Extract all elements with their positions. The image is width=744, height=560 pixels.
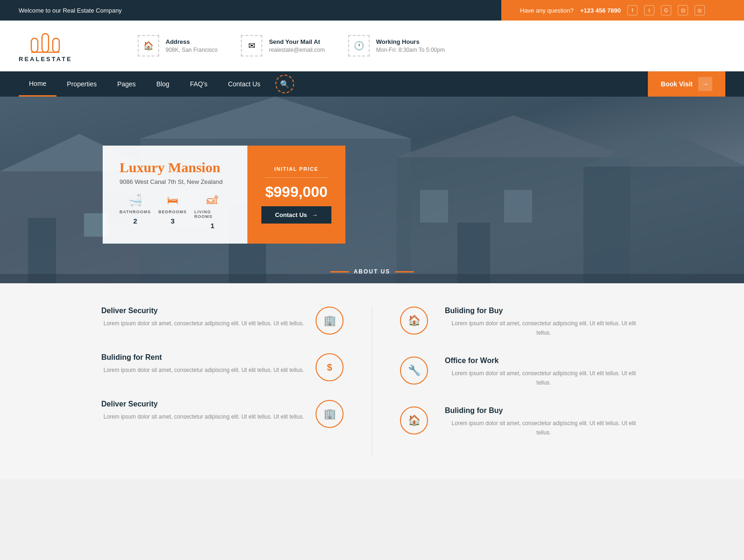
search-icon[interactable]: 🔍 [275,75,294,93]
living-feature: 🛋 LIVING ROOMS 1 [194,194,231,230]
service-content-2: Deliver Security Lorem ipsum dolor sit a… [101,400,306,421]
svg-rect-6 [28,218,56,283]
nav-items: Home Properties Pages Blog FAQ's Contact… [19,71,648,97]
service-content-right-1: Office for Work Lorem ipsum dolor sit am… [437,357,643,388]
nav-home[interactable]: Home [19,71,56,97]
book-visit-arrow-icon: → [698,77,712,91]
hero-property-info: Luxury Mansion 9086 West Canal 7th St, N… [103,146,247,244]
svg-rect-1 [42,34,49,52]
top-bar: Welcome to our Real Estate Company Have … [0,0,744,21]
service-desc-right-2: Lorem ipsum dolor sit amet, consectetur … [445,419,643,438]
service-desc-2: Lorem ipsum dolor sit amet, consectetur … [101,412,306,421]
bedrooms-label: BEDROOMS [158,210,187,214]
navbar: Home Properties Pages Blog FAQ's Contact… [0,71,744,97]
contact-arrow-icon: → [312,211,318,218]
header-info: 🏠 Address 908K, San Francisco ✉ Send You… [138,35,445,56]
service-content-right-0: Buliding for Buy Lorem ipsum dolor sit a… [437,307,643,338]
bathroom-icon: 🛁 [128,194,142,207]
service-icon-2: 🏢 [316,400,344,428]
living-label: LIVING ROOMS [194,210,231,219]
address-label: Address [166,38,218,45]
hours-label: Working Hours [376,38,445,45]
services-column-right: 🏠 Buliding for Buy Lorem ipsum dolor sit… [372,307,652,456]
question-text: Have any question? [520,7,574,14]
hero-features: 🛁 BATHROOMS 2 🛏 BEDROOMS 3 🛋 LIVING ROOM… [119,194,231,230]
service-desc-right-0: Lorem ipsum dolor sit amet, consectetur … [445,319,643,338]
bedroom-icon: 🛏 [167,194,178,207]
service-desc-0: Lorem ipsum dolor sit amet, consectetur … [101,319,306,328]
welcome-text: Welcome to our Real Estate Company [19,7,122,14]
svg-rect-18 [583,167,744,283]
bathrooms-value: 2 [133,217,137,225]
facebook-icon[interactable]: f [627,5,638,15]
top-bar-welcome: Welcome to our Real Estate Company [0,0,501,21]
hero-section: Luxury Mansion 9086 West Canal 7th St, N… [0,97,744,283]
bedrooms-value: 3 [171,217,175,225]
services-grid: Deliver Security Lorem ipsum dolor sit a… [92,307,652,456]
home-icon: 🏠 [143,41,154,51]
price-divider [265,177,328,178]
address-icon-box: 🏠 [138,35,159,56]
service-content-1: Buliding for Rent Lorem ipsum dolor sit … [101,353,306,375]
contact-us-label: Contact Us [275,211,307,218]
service-icon-0: 🏢 [316,307,344,335]
about-line-left [330,271,349,273]
property-title: Luxury Mansion [119,160,231,175]
service-desc-right-1: Lorem ipsum dolor sit amet, consectetur … [445,369,643,388]
address-value: 908K, San Francisco [166,47,218,53]
twitter-icon[interactable]: t [644,5,654,15]
price-label: INITIAL PRICE [274,166,318,172]
service-item-2: Deliver Security Lorem ipsum dolor sit a… [101,400,344,428]
service-item-1: Buliding for Rent Lorem ipsum dolor sit … [101,353,344,381]
mail-icon: ✉ [248,41,255,51]
living-icon: 🛋 [207,194,218,207]
instagram-icon[interactable]: ⊡ [678,5,688,15]
hero-card: Luxury Mansion 9086 West Canal 7th St, N… [103,146,345,244]
address-text-group: Address 908K, San Francisco [166,38,218,53]
services-column-left: Deliver Security Lorem ipsum dolor sit a… [92,307,372,456]
service-item-right-0: 🏠 Buliding for Buy Lorem ipsum dolor sit… [400,307,643,338]
nav-pages[interactable]: Pages [107,71,146,97]
svg-marker-9 [140,97,411,139]
nav-faqs[interactable]: FAQ's [180,71,218,97]
nav-blog[interactable]: Blog [146,71,180,97]
address-info: 🏠 Address 908K, San Francisco [138,35,218,56]
about-divider: ABOUT US [330,268,414,275]
bathrooms-label: BATHROOMS [119,210,151,214]
book-visit-button[interactable]: Book Visit → [648,71,725,97]
service-content-0: Deliver Security Lorem ipsum dolor sit a… [101,307,306,328]
service-icon-right-0: 🏠 [400,307,428,335]
svg-rect-20 [0,274,744,283]
mail-icon-box: ✉ [241,35,262,56]
contact-us-button[interactable]: Contact Us → [261,206,331,224]
bedrooms-feature: 🛏 BEDROOMS 3 [158,194,187,230]
hero-price-card: INITIAL PRICE $999,000 Contact Us → [247,146,345,244]
mail-text-group: Send Your Mail At realestate@email.com [269,38,325,53]
property-address: 9086 West Canal 7th St, New Zealand [119,178,231,185]
dribbble-icon[interactable]: ◎ [695,5,705,15]
services-section: Deliver Security Lorem ipsum dolor sit a… [0,283,744,479]
top-bar-contact: Have any question? +123 456 7890 f t G ⊡… [501,0,744,21]
service-title-right-2: Buliding for Buy [445,406,643,415]
service-icon-1: $ [316,353,344,381]
nav-properties[interactable]: Properties [56,71,107,97]
service-icon-right-2: 🏠 [400,406,428,434]
phone-text[interactable]: +123 456 7890 [580,7,621,14]
header: REALESTATE 🏠 Address 908K, San Francisco… [0,21,744,71]
svg-rect-16 [420,190,448,223]
googleplus-icon[interactable]: G [661,5,671,15]
mail-value: realestate@email.com [269,47,325,53]
svg-marker-14 [397,115,630,157]
book-visit-label: Book Visit [661,80,693,88]
hours-text-group: Working Hours Mon-Fri: 8:30am To 5:00pm [376,38,445,53]
price-value: $999,000 [265,183,327,201]
service-content-right-2: Buliding for Buy Lorem ipsum dolor sit a… [437,406,643,438]
service-title-1: Buliding for Rent [101,353,306,362]
service-title-right-0: Buliding for Buy [445,307,643,315]
living-value: 1 [211,222,214,230]
service-title-0: Deliver Security [101,307,306,315]
logo-icon [29,29,62,55]
nav-contact[interactable]: Contact Us [218,71,271,97]
logo: REALESTATE [19,29,72,63]
service-desc-1: Lorem ipsum dolor sit amet, consectetur … [101,365,306,375]
